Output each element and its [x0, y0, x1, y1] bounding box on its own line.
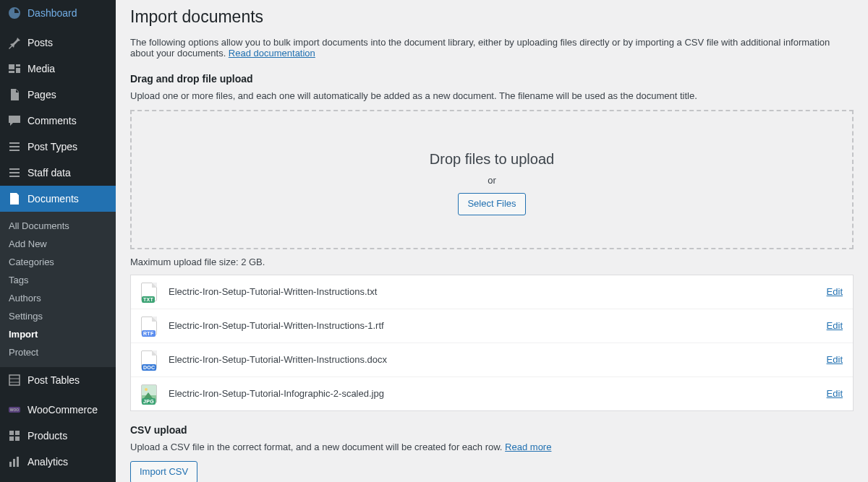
analytics-icon [7, 455, 22, 469]
csv-upload-heading: CSV upload [130, 424, 854, 436]
table-icon [7, 373, 22, 387]
sidebar-item-label: Analytics [27, 456, 68, 468]
svg-rect-2 [9, 150, 20, 151]
sidebar-item-label: Staff data [27, 167, 71, 178]
file-row: DOC Electric-Iron-Setup-Tutorial-Written… [131, 343, 853, 377]
sidebar-item-media[interactable]: Media [0, 56, 116, 82]
svg-rect-4 [9, 172, 20, 173]
svg-text:WOO: WOO [10, 408, 20, 412]
sidebar-item-label: Comments [27, 115, 77, 126]
sidebar-item-dashboard[interactable]: Dashboard [0, 0, 116, 26]
sidebar-item-label: Dashboard [27, 7, 77, 19]
document-icon [7, 191, 22, 206]
sidebar-item-label: WooCommerce [27, 404, 98, 416]
sidebar-item-comments[interactable]: Comments [0, 108, 116, 134]
sidebar-item-products[interactable]: Products [0, 423, 116, 449]
intro-text: The following options allow you to bulk … [130, 37, 854, 59]
list-icon [7, 165, 22, 180]
submenu-categories[interactable]: Categories [0, 253, 116, 271]
pin-icon [7, 35, 22, 50]
submenu-authors[interactable]: Authors [0, 289, 116, 307]
svg-rect-16 [13, 459, 15, 467]
file-rtf-icon: RTF [141, 317, 158, 335]
edit-file-link[interactable]: Edit [827, 320, 843, 331]
admin-sidebar: Dashboard Posts Media Pages Comments Pos… [0, 0, 116, 482]
file-row: JPG Electric-Iron-Setup-Tutorial-Infogra… [131, 377, 853, 410]
select-files-button[interactable]: Select Files [458, 193, 525, 215]
woo-icon: WOO [7, 403, 22, 417]
csv-upload-help: Upload a CSV file in the correct format,… [130, 442, 854, 452]
product-icon [7, 429, 22, 443]
submenu-add-new[interactable]: Add New [0, 235, 116, 253]
dropzone-or: or [132, 175, 852, 186]
main-content: Import documents The following options a… [116, 0, 868, 482]
sidebar-item-pages[interactable]: Pages [0, 82, 116, 108]
read-documentation-link[interactable]: Read documentation [229, 48, 315, 59]
svg-rect-1 [9, 146, 20, 147]
page-icon [7, 87, 22, 102]
max-upload-size: Maximum upload file size: 2 GB. [130, 257, 854, 267]
page-title: Import documents [130, 7, 854, 27]
import-csv-button[interactable]: Import CSV [130, 461, 197, 482]
file-jpg-icon: JPG [141, 384, 158, 403]
list-icon [7, 139, 22, 154]
sidebar-item-label: Posts [27, 37, 53, 48]
file-name: Electric-Iron-Setup-Tutorial-Infographic… [169, 388, 827, 399]
sidebar-item-label: Documents [27, 193, 79, 205]
submenu-tags[interactable]: Tags [0, 271, 116, 289]
sidebar-item-post-types[interactable]: Post Types [0, 134, 116, 160]
edit-file-link[interactable]: Edit [827, 354, 843, 365]
dashboard-icon [7, 6, 22, 20]
file-name: Electric-Iron-Setup-Tutorial-Written-Ins… [169, 354, 827, 365]
edit-file-link[interactable]: Edit [827, 388, 843, 399]
file-row: RTF Electric-Iron-Setup-Tutorial-Written… [131, 309, 853, 343]
svg-rect-14 [15, 436, 20, 441]
svg-rect-12 [15, 431, 20, 435]
comment-icon [7, 113, 22, 128]
submenu-protect[interactable]: Protect [0, 343, 116, 361]
sidebar-item-posts[interactable]: Posts [0, 30, 116, 56]
svg-rect-11 [9, 431, 14, 435]
submenu-settings[interactable]: Settings [0, 307, 116, 325]
sidebar-item-label: Products [27, 430, 67, 442]
documents-submenu: All Documents Add New Categories Tags Au… [0, 212, 116, 367]
sidebar-item-documents[interactable]: Documents [0, 186, 116, 212]
svg-rect-15 [9, 462, 12, 467]
sidebar-item-analytics[interactable]: Analytics [0, 449, 116, 475]
media-icon [7, 61, 22, 76]
submenu-import[interactable]: Import [0, 325, 116, 343]
sidebar-item-staff-data[interactable]: Staff data [0, 160, 116, 186]
file-txt-icon: TXT [141, 283, 158, 301]
file-doc-icon: DOC [141, 350, 158, 369]
sidebar-item-marketing[interactable]: Marketing [0, 475, 116, 482]
file-name: Electric-Iron-Setup-Tutorial-Written-Ins… [169, 286, 827, 297]
drag-drop-help: Upload one or more files, and each one w… [130, 90, 854, 101]
sidebar-item-post-tables[interactable]: Post Tables [0, 367, 116, 393]
edit-file-link[interactable]: Edit [827, 286, 843, 297]
file-dropzone[interactable]: Drop files to upload or Select Files [130, 110, 854, 249]
drag-drop-heading: Drag and drop file upload [130, 73, 854, 85]
read-more-link[interactable]: Read more [505, 442, 551, 452]
uploaded-files-list: TXT Electric-Iron-Setup-Tutorial-Written… [130, 275, 854, 411]
sidebar-item-woocommerce[interactable]: WOO WooCommerce [0, 397, 116, 423]
svg-rect-5 [9, 176, 20, 177]
sidebar-item-label: Post Tables [27, 374, 80, 386]
svg-rect-6 [9, 375, 20, 385]
svg-rect-13 [9, 436, 14, 441]
sidebar-item-label: Pages [27, 89, 56, 100]
dropzone-title: Drop files to upload [132, 151, 852, 168]
sidebar-item-label: Media [27, 63, 55, 74]
file-row: TXT Electric-Iron-Setup-Tutorial-Written… [131, 275, 853, 309]
svg-rect-3 [9, 168, 20, 170]
file-name: Electric-Iron-Setup-Tutorial-Written-Ins… [169, 320, 827, 331]
svg-rect-17 [17, 457, 19, 467]
submenu-all-documents[interactable]: All Documents [0, 217, 116, 235]
svg-rect-0 [9, 142, 20, 144]
sidebar-item-label: Post Types [27, 141, 77, 152]
